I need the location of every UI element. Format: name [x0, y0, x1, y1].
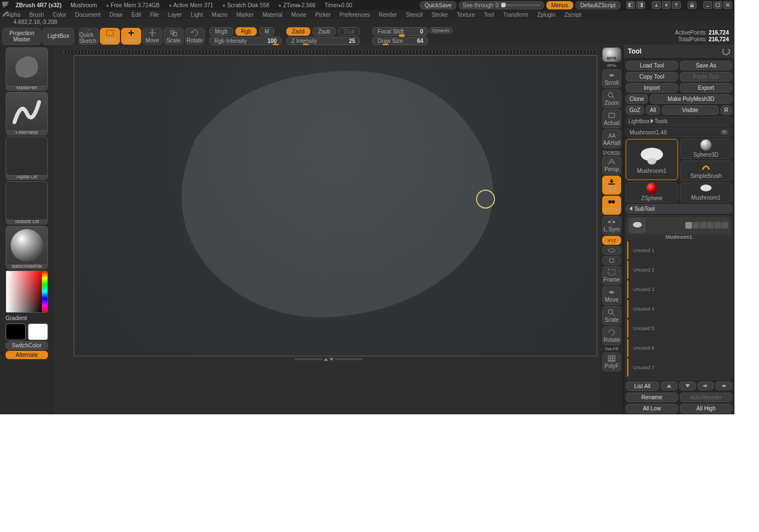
aahalf-button[interactable]: AAAAHalf	[602, 129, 621, 148]
layout-left-button[interactable]	[626, 1, 635, 9]
quicksave-button[interactable]: QuickSave	[420, 1, 457, 9]
menu-brush[interactable]: Brush	[26, 11, 48, 18]
dynamic-button[interactable]: Dynamic	[429, 27, 452, 33]
menu-render[interactable]: Render	[375, 11, 401, 18]
lightbox-button[interactable]: LightBox	[42, 28, 74, 45]
actual-button[interactable]: Actual	[602, 109, 621, 128]
scale-mode-button[interactable]: Scale	[164, 28, 184, 45]
zadd-button[interactable]: Zadd	[286, 27, 310, 36]
tool-sphere3d[interactable]: Sphere3D	[680, 139, 732, 159]
stroke-thumbnail[interactable]	[6, 92, 48, 131]
menu-draw[interactable]: Draw	[105, 11, 126, 18]
draw-size-slider[interactable]: Draw Size64	[372, 37, 428, 45]
polyf-button[interactable]: PolyF	[602, 352, 621, 371]
subtool-unused[interactable]: Unused 4	[627, 300, 731, 318]
layout-right-button[interactable]	[636, 1, 645, 9]
menu-movie[interactable]: Movie	[287, 11, 310, 18]
rot-y-button[interactable]	[602, 246, 621, 255]
draw-mode-button[interactable]: Draw	[121, 28, 141, 45]
copy-tool-button[interactable]: Copy Tool	[626, 72, 678, 81]
subtool-unused[interactable]: Unused 7	[627, 359, 731, 376]
inafill-label[interactable]: Ina.Fill	[605, 346, 618, 351]
subtool-unused[interactable]: Unused 6	[627, 339, 731, 357]
pin-icon[interactable]	[662, 1, 671, 9]
switch-color-button[interactable]: SwitchColor	[6, 341, 48, 350]
menu-picker[interactable]: Picker	[311, 11, 335, 18]
clone-button[interactable]: Clone	[626, 94, 648, 104]
make-polymesh-button[interactable]: Make PolyMesh3D	[650, 94, 732, 104]
m-button[interactable]: M	[259, 27, 275, 36]
lightbox-tools-section[interactable]: LightboxTools	[626, 117, 732, 126]
start-icon[interactable]	[714, 222, 721, 229]
pin-left-icon[interactable]	[652, 1, 661, 9]
menu-color[interactable]: Color	[49, 11, 70, 18]
color-swatch-secondary[interactable]	[28, 323, 48, 340]
move-down-button[interactable]	[679, 381, 696, 390]
save-as-button[interactable]: Save As	[680, 61, 732, 70]
local-button[interactable]: Local	[602, 196, 621, 215]
tool-mushroom-small[interactable]: Mushroom1	[680, 182, 732, 202]
panel-arrow-icon[interactable]	[2, 11, 9, 18]
minimize-button[interactable]	[703, 1, 712, 9]
pin-right-icon[interactable]	[672, 1, 681, 9]
maximize-button[interactable]	[713, 1, 722, 9]
subtool-item-active[interactable]	[627, 217, 731, 235]
mrgb-button[interactable]: Mrgb	[209, 27, 233, 36]
subtool-unused[interactable]: Unused 1	[627, 241, 731, 259]
menu-macro[interactable]: Macro	[208, 11, 232, 18]
menu-layer[interactable]: Layer	[164, 11, 186, 18]
menu-stencil[interactable]: Stencil	[402, 11, 426, 18]
rgb-button[interactable]: Rgb	[236, 27, 257, 36]
menu-marker[interactable]: Marker	[232, 11, 257, 18]
close-button[interactable]	[723, 1, 732, 9]
spix-label[interactable]: SPix	[607, 63, 616, 68]
move-mode-button[interactable]: Move	[142, 28, 162, 45]
autoreorder-button[interactable]: AutoReorder	[680, 393, 732, 402]
alternate-button[interactable]: Alternate	[6, 351, 48, 359]
menu-tool[interactable]: Tool	[480, 11, 498, 18]
r-badge[interactable]: R	[720, 129, 729, 135]
see-through-slider[interactable]: See-through 0	[459, 1, 544, 9]
viewport[interactable]	[74, 55, 597, 356]
load-tool-button[interactable]: Load Tool	[626, 61, 678, 70]
material-thumbnail[interactable]	[6, 226, 48, 265]
menu-preferences[interactable]: Preferences	[336, 11, 374, 18]
quicksketch-button[interactable]: Quick Sketch	[79, 28, 99, 45]
subtool-unused[interactable]: Unused 3	[627, 280, 731, 298]
rename-button[interactable]: Rename	[626, 393, 678, 402]
move-up-button[interactable]	[661, 381, 678, 390]
canvas-scrollbar[interactable]	[57, 356, 601, 362]
bpr-button[interactable]: BPR	[602, 47, 621, 62]
menus-button[interactable]: Menus	[546, 1, 573, 9]
move-back-button[interactable]	[715, 381, 732, 390]
menu-stroke[interactable]: Stroke	[427, 11, 451, 18]
gradient-label[interactable]: Gradient	[6, 314, 48, 322]
mask-icon[interactable]	[700, 222, 707, 229]
menu-light[interactable]: Light	[187, 11, 207, 18]
goz-button[interactable]: GoZ	[626, 105, 644, 115]
scroll-button[interactable]: Scroll	[602, 69, 621, 88]
menu-file[interactable]: File	[146, 11, 163, 18]
menu-document[interactable]: Document	[71, 11, 105, 18]
merge-icon[interactable]	[707, 222, 714, 229]
current-tool-name[interactable]: Mushroom1.48R	[626, 128, 732, 137]
alpha-thumbnail[interactable]	[6, 137, 48, 176]
tool-mushroom[interactable]: Mushroom1	[626, 139, 678, 180]
menu-texture[interactable]: Texture	[453, 11, 479, 18]
zcut-button[interactable]: Zcut	[338, 27, 360, 36]
end-icon[interactable]	[722, 222, 728, 229]
goz-all-button[interactable]: All	[646, 105, 660, 115]
rgb-intensity-slider[interactable]: Rgb Intensity100	[209, 37, 282, 45]
subtool-section-header[interactable]: SubTool	[626, 204, 732, 214]
list-all-button[interactable]: List All	[626, 381, 659, 391]
tool-zsphere[interactable]: ZSphere	[626, 182, 678, 202]
menu-zscript[interactable]: Zscript	[560, 11, 585, 18]
move-nav-button[interactable]: Move	[602, 286, 621, 305]
subtool-unused[interactable]: Unused 2	[627, 261, 731, 279]
edit-mode-button[interactable]: Edit	[100, 28, 120, 45]
tool-panel-header[interactable]: Tool	[623, 45, 734, 59]
projection-master-button[interactable]: Projection Master	[2, 28, 41, 45]
menu-material[interactable]: Material	[259, 11, 287, 18]
import-button[interactable]: Import	[626, 83, 678, 93]
rot-z-button[interactable]	[602, 256, 621, 265]
